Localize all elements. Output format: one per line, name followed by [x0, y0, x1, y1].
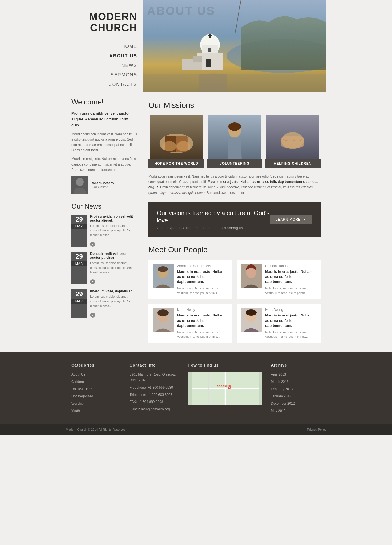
- pastor-title: Our Pastor: [92, 185, 114, 189]
- pastor-avatar: [71, 176, 88, 194]
- contact-email-link[interactable]: mail@demolink.org: [141, 407, 170, 411]
- svg-point-1: [76, 178, 84, 186]
- news-text-2: Donec in velit vel ipsum auctor pulvinar…: [90, 252, 137, 284]
- category-uncategorized[interactable]: Uncategorized: [71, 394, 93, 398]
- list-item: Youth: [71, 408, 121, 413]
- mission-label-2: VOLUNTEERING: [207, 159, 263, 168]
- vision-headline: Our vision is framed by a culture of God…: [157, 209, 270, 224]
- category-youth[interactable]: Youth: [71, 409, 80, 413]
- footer: Categories About Us Children I'm New Her…: [0, 352, 392, 435]
- svg-point-35: [157, 309, 169, 316]
- category-about[interactable]: About Us: [71, 372, 85, 376]
- news-item-3: 29 MAR Interdum vitae, dapibus ac Lorem …: [71, 289, 137, 318]
- pastor-name: Adam Peters: [92, 181, 114, 185]
- mission-img-3: [265, 115, 321, 159]
- category-worship[interactable]: Worship: [71, 402, 84, 406]
- category-children[interactable]: Children: [71, 380, 84, 384]
- svg-point-30: [158, 266, 168, 272]
- category-new[interactable]: I'm New Here: [71, 387, 92, 391]
- privacy-link-container: Privacy Policy: [307, 428, 326, 431]
- person-info-4: Ivana Wong Mauris in erat justo. Nullam …: [265, 308, 316, 339]
- footer-inner: Categories About Us Children I'm New Her…: [66, 363, 326, 424]
- missions-description: Morbi accumsan ipsum velit. Nam nec tell…: [148, 174, 321, 195]
- news-title: Our News: [71, 202, 137, 210]
- list-item: December 2012: [271, 401, 321, 406]
- person-card-2: Camala Haddo Mauris in erat justo. Nulla…: [237, 260, 321, 300]
- welcome-title: Welcome!: [71, 98, 137, 106]
- contact-email-line: E-mail: mail@demolink.org: [130, 406, 179, 413]
- svg-point-21: [162, 141, 176, 151]
- svg-rect-11: [208, 35, 212, 36]
- archive-apr2013[interactable]: April 2013: [271, 372, 286, 376]
- mission-img-1: [148, 115, 204, 159]
- nav-contacts[interactable]: CONTACTS: [66, 80, 137, 89]
- archive-list: April 2013 March 2013 February 2013 Janu…: [271, 372, 321, 413]
- archive-dec2012[interactable]: December 2012: [271, 402, 295, 406]
- person-avatar-2: [241, 264, 262, 288]
- hero-image: ABOUT US: [143, 0, 326, 92]
- list-item: Children: [71, 379, 121, 384]
- read-more-3[interactable]: ►: [90, 313, 95, 318]
- welcome-para2: Mauris in erat justo. Nullam ac urna eu …: [71, 156, 137, 173]
- list-item: Worship: [71, 401, 121, 406]
- svg-point-48: [229, 387, 230, 388]
- footer-categories: Categories About Us Children I'm New Her…: [71, 363, 121, 415]
- list-item: I'm New Here: [71, 386, 121, 391]
- welcome-para1: Morbi accumsan ipsum velit. Nam nec tell…: [71, 132, 137, 153]
- list-item: May 2012: [271, 408, 321, 413]
- categories-list: About Us Children I'm New Here Uncategor…: [71, 372, 121, 413]
- person-info-2: Camala Haddo Mauris in erat justo. Nulla…: [265, 264, 316, 295]
- mission-img-2: [207, 115, 263, 159]
- privacy-link[interactable]: Privacy Policy: [307, 428, 326, 431]
- svg-point-22: [176, 141, 190, 151]
- archive-feb2013[interactable]: February 2013: [271, 387, 293, 391]
- person-card-3: Marta Healy Mauris in erat justo. Nullam…: [148, 304, 232, 343]
- vision-sub: Come experience the presence of the Lord…: [157, 226, 270, 230]
- read-more-2[interactable]: ►: [90, 279, 95, 284]
- archive-jan2013[interactable]: January 2013: [271, 394, 291, 398]
- svg-rect-9: [208, 48, 211, 52]
- missions-grid: HOPE FOR THE WORLD: [148, 115, 321, 168]
- news-section: Our News 29 MAR Proin gravida nibh vel v…: [71, 202, 137, 318]
- person-avatar-1: [153, 264, 174, 288]
- footer-bottom-inner: Modern Church © 2014 All Rights Reserved…: [66, 428, 326, 431]
- welcome-intro: Proin gravida nibh vel velit auctor aliq…: [71, 111, 137, 128]
- map-image[interactable]: BROOKLYN: [188, 372, 263, 405]
- missions-title: Our Missions: [148, 101, 321, 110]
- footer-archive: Archive April 2013 March 2013 February 2…: [271, 363, 321, 415]
- sidebar-welcome: Welcome! Proin gravida nibh vel velit au…: [66, 89, 143, 318]
- learn-more-button[interactable]: LEARN MORE ►: [270, 215, 312, 224]
- footer-contact: Contact info 8901 Marmora Road, Glasgow,…: [130, 363, 179, 415]
- main-content: ABOUT US Our Missions: [143, 0, 326, 352]
- person-info-1: Adam and Sara Peters Mauris in erat just…: [177, 264, 228, 295]
- person-info-3: Marta Healy Mauris in erat justo. Nullam…: [177, 308, 228, 339]
- main-nav[interactable]: HOME ABOUT US NEWS SERMONS CONTACTS: [66, 42, 143, 89]
- nav-news[interactable]: NEWS: [66, 61, 137, 70]
- list-item: April 2013: [271, 372, 321, 377]
- archive-may2012[interactable]: May 2012: [271, 409, 286, 413]
- news-text-1: Proin gravida nibh vel velit auctor aliq…: [90, 215, 137, 247]
- pastor-info: Adam Peters Our Pastor: [92, 181, 114, 189]
- svg-point-25: [228, 122, 241, 131]
- list-item: January 2013: [271, 393, 321, 399]
- svg-rect-16: [143, 74, 326, 92]
- sidebar: MODERN CHURCH HOME ABOUT US NEWS SERMONS…: [66, 0, 143, 352]
- person-card-4: Ivana Wong Mauris in erat justo. Nullam …: [237, 304, 321, 343]
- nav-about[interactable]: ABOUT US: [66, 51, 137, 61]
- person-card-1: Adam and Sara Peters Mauris in erat just…: [148, 260, 232, 300]
- mission-card-2: VOLUNTEERING: [207, 115, 263, 168]
- archive-mar2013[interactable]: March 2013: [271, 380, 288, 384]
- vision-banner: Our vision is framed by a culture of God…: [148, 202, 321, 237]
- people-title: Meet Our People: [148, 245, 321, 254]
- nav-home[interactable]: HOME: [66, 42, 137, 51]
- nav-sermons[interactable]: SERMONS: [66, 70, 137, 80]
- news-item-1: 29 MAR Proin gravida nibh vel velit auct…: [71, 215, 137, 247]
- person-avatar-3: [153, 308, 174, 332]
- copyright-text: Modern Church © 2014 All Rights Reserved: [66, 428, 126, 431]
- svg-point-38: [246, 309, 257, 316]
- read-more-1[interactable]: ►: [90, 242, 95, 247]
- footer-map: How to find us BROOKLYN: [188, 363, 263, 415]
- pastor-block: Adam Peters Our Pastor: [71, 176, 137, 194]
- svg-rect-13: [193, 56, 202, 62]
- list-item: Uncategorized: [71, 393, 121, 399]
